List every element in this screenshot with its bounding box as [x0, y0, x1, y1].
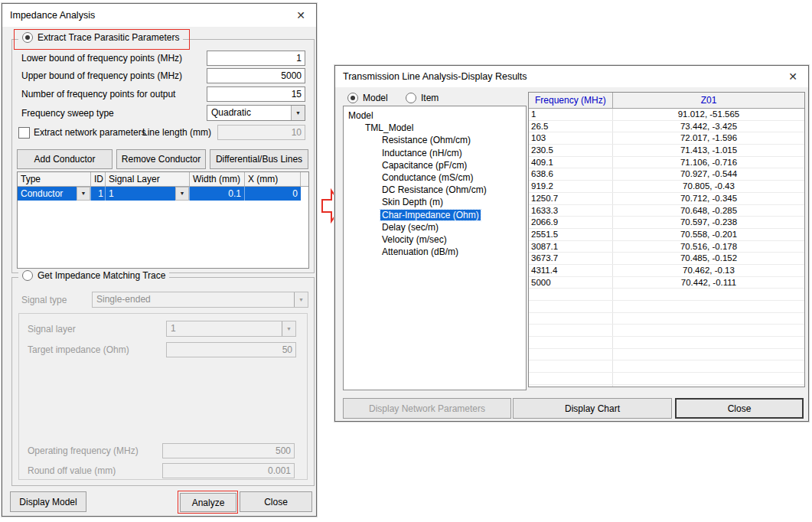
conductor-x-cell[interactable]: 0 — [245, 187, 301, 201]
conductor-signal-layer-cell[interactable]: 1 ▼ — [106, 187, 190, 201]
table-row-empty — [529, 289, 804, 301]
conductor-table-header: Type ID Signal Layer Width (mm) X (mm) — [18, 172, 308, 187]
signal-type-combo: Single-ended ▼ — [92, 292, 308, 308]
conductor-id-cell[interactable]: 1 — [91, 187, 106, 201]
tree-item[interactable]: TML_Model — [344, 122, 526, 134]
radio-selected-icon[interactable] — [347, 93, 358, 103]
remove-conductor-button[interactable]: Remove Conductor — [116, 149, 206, 169]
tree-item[interactable]: Model — [344, 109, 526, 122]
upper-bound-input[interactable]: 5000 — [207, 68, 305, 83]
table-row[interactable]: 638.6 70.927, -0.544 — [529, 168, 804, 181]
tree-item[interactable]: Conductance (mS/cm) — [344, 171, 526, 184]
results-close-button[interactable]: Close — [675, 398, 804, 419]
tree-item[interactable]: Delay (sec/m) — [344, 221, 526, 233]
table-row[interactable]: 103 72.017, -1.596 — [529, 132, 804, 145]
conductor-width-cell[interactable]: 0.1 — [190, 187, 245, 201]
impedance-titlebar: Impedance Analysis ✕ — [2, 4, 316, 27]
table-row-empty — [529, 361, 804, 373]
signal-layer-combo: 1 ▼ — [166, 321, 296, 337]
conductor-type-cell[interactable]: Conductor ▼ — [18, 187, 91, 201]
tree-item[interactable]: Attenuation (dB/m) — [344, 246, 526, 258]
chevron-down-icon[interactable]: ▼ — [77, 187, 90, 201]
tree-item[interactable]: Skin Depth (m) — [344, 196, 526, 208]
impedance-matching-group: Get Impedance Matching Trace Signal type… — [11, 277, 315, 486]
z01-column-header[interactable]: Z01 — [613, 93, 804, 108]
frequency-column-header[interactable]: Frequency (MHz) — [529, 93, 613, 108]
col-width[interactable]: Width (mm) — [190, 172, 245, 186]
lower-bound-label: Lower bound of frequency points (MHz) — [21, 51, 182, 65]
table-row-empty — [529, 385, 804, 387]
table-row[interactable]: 2551.5 70.558, -0.201 — [529, 229, 804, 241]
table-row[interactable]: 3087.1 70.516, -0.178 — [529, 241, 804, 253]
radio-unselected-icon[interactable] — [22, 270, 33, 281]
extract-parasitic-group: Extract Trace Parasitic Parameters Lower… — [11, 39, 315, 273]
radio-unselected-icon[interactable] — [406, 93, 416, 103]
impedance-matching-radio[interactable]: Get Impedance Matching Trace — [18, 270, 169, 281]
table-row-empty — [529, 349, 804, 361]
table-row[interactable]: 1250.7 70.712, -0.345 — [529, 193, 804, 205]
radio-selected-icon[interactable] — [22, 32, 33, 43]
num-points-input[interactable]: 15 — [207, 86, 305, 102]
tree-item[interactable]: Capacitance (pF/cm) — [344, 159, 526, 171]
model-radio[interactable]: Model — [347, 93, 388, 103]
item-radio[interactable]: Item — [406, 93, 439, 103]
differential-bus-lines-button[interactable]: Differential/Bus Lines — [210, 149, 308, 169]
extract-network-checkbox[interactable] — [18, 127, 30, 139]
results-titlebar: Transmission Line Analysis-Display Resul… — [335, 66, 808, 87]
col-id[interactable]: ID — [91, 172, 106, 186]
table-row[interactable]: 919.2 70.805, -0.43 — [529, 181, 804, 193]
display-model-button[interactable]: Display Model — [10, 491, 86, 512]
table-row[interactable]: 230.5 71.413, -1.015 — [529, 145, 804, 157]
tree-item[interactable]: DC Resistance (Ohm/cm) — [344, 184, 526, 196]
table-row[interactable]: 26.5 73.442, -3.425 — [529, 121, 804, 133]
impedance-close-button[interactable]: Close — [240, 491, 312, 512]
analyze-button[interactable]: Analyze — [180, 493, 236, 512]
table-row[interactable]: 2066.9 70.597, -0.238 — [529, 217, 804, 229]
chevron-down-icon: ▼ — [282, 321, 295, 336]
results-table-header: Frequency (MHz) Z01 — [529, 93, 804, 109]
col-signal-layer[interactable]: Signal Layer — [106, 172, 190, 186]
operating-frequency-input: 500 — [162, 443, 295, 458]
table-row-empty — [529, 325, 804, 337]
sweep-type-value: Quadratic — [207, 106, 291, 120]
extract-network-label: Extract network parameters — [34, 126, 146, 139]
results-table: Frequency (MHz) Z01 1 91.012, -51.565 26… — [528, 92, 805, 387]
col-type[interactable]: Type — [18, 172, 91, 186]
screenshot-root: Impedance Analysis ✕ Extract Trace Paras… — [0, 0, 812, 522]
col-x[interactable]: X (mm) — [245, 172, 301, 186]
results-dialog: Transmission Line Analysis-Display Resul… — [334, 65, 809, 422]
tree-item[interactable]: Resistance (Ohm/cm) — [344, 134, 526, 146]
close-icon[interactable]: ✕ — [293, 9, 308, 21]
chevron-down-icon[interactable]: ▼ — [291, 106, 305, 120]
display-chart-button[interactable]: Display Chart — [513, 398, 672, 419]
line-length-input: 10 — [217, 125, 305, 140]
results-table-body: 1 91.012, -51.565 26.5 73.442, -3.425 10… — [529, 109, 804, 387]
add-conductor-button[interactable]: Add Conductor — [17, 149, 113, 169]
sweep-type-combo[interactable]: Quadratic ▼ — [207, 105, 305, 121]
table-row[interactable]: 1633.3 70.648, -0.285 — [529, 205, 804, 217]
conductor-row-selected[interactable]: Conductor ▼ 1 1 ▼ 0.1 0 — [18, 187, 301, 201]
target-impedance-input: 50 — [166, 342, 296, 357]
table-row[interactable]: 1 91.012, -51.565 — [529, 109, 804, 121]
table-row-empty — [529, 313, 804, 325]
num-points-label: Number of frequency points for output — [21, 87, 175, 101]
impedance-matching-radio-label: Get Impedance Matching Trace — [38, 270, 165, 281]
lower-bound-input[interactable]: 1 — [207, 51, 305, 66]
display-network-parameters-button: Display Network Parameters — [343, 398, 511, 419]
tree-item[interactable]: Char-Impedance (Ohm) — [344, 209, 526, 221]
tree-item[interactable]: Inductance (nH/cm) — [344, 147, 526, 159]
signal-type-value: Single-ended — [93, 292, 294, 307]
close-icon[interactable]: ✕ — [785, 70, 801, 83]
table-row[interactable]: 5000 70.442, -0.111 — [529, 277, 804, 289]
table-row[interactable]: 4311.4 70.462, -0.13 — [529, 265, 804, 277]
chevron-down-icon: ▼ — [294, 292, 308, 307]
table-row[interactable]: 3673.7 70.485, -0.152 — [529, 253, 804, 265]
tree-item[interactable]: Velocity (m/sec) — [344, 233, 526, 246]
round-off-input: 0.001 — [162, 463, 295, 478]
table-row[interactable]: 409.1 71.106, -0.716 — [529, 157, 804, 169]
chevron-down-icon[interactable]: ▼ — [175, 187, 189, 201]
upper-bound-label: Upper bound of frequency points (MHz) — [21, 69, 182, 83]
table-row-empty — [529, 337, 804, 349]
impedance-analysis-dialog: Impedance Analysis ✕ Extract Trace Paras… — [2, 3, 317, 517]
extract-parasitic-radio[interactable]: Extract Trace Parasitic Parameters — [18, 32, 183, 43]
